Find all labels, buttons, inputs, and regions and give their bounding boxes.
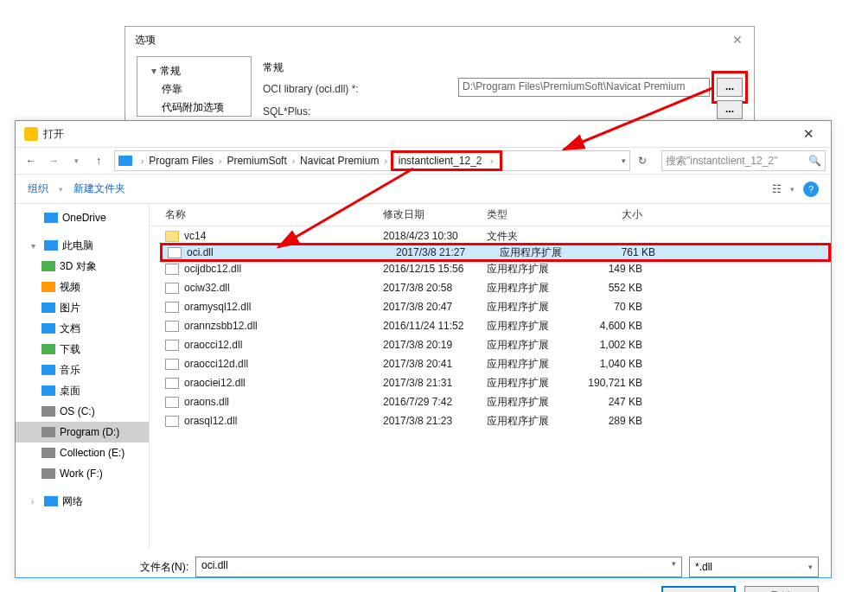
filename-label: 文件名(N): <box>28 560 188 575</box>
file-date: 2017/3/8 20:58 <box>383 282 487 294</box>
file-name: ociw32.dll <box>184 282 230 294</box>
options-tree: ▾常规 停靠 代码附加选项 <box>137 56 252 117</box>
file-date: 2017/3/8 20:47 <box>383 301 487 313</box>
file-icon <box>165 264 179 275</box>
chevron-down-icon[interactable]: ▾ <box>790 185 795 194</box>
file-type: 应用程序扩展 <box>487 300 582 315</box>
file-date: 2017/3/8 20:41 <box>383 358 487 370</box>
refresh-button[interactable]: ↻ <box>632 155 653 167</box>
file-row[interactable]: oraons.dll2016/7/29 7:42应用程序扩展247 KB <box>150 392 831 411</box>
dropdown-icon[interactable]: ▾ <box>672 559 676 568</box>
sidebar-item-onedrive[interactable]: OneDrive <box>16 207 149 228</box>
file-type: 应用程序扩展 <box>487 281 582 296</box>
file-size: 4,600 KB <box>582 320 651 332</box>
file-icon <box>168 247 182 258</box>
file-filter-select[interactable]: *.dll▾ <box>689 557 819 577</box>
file-name: oraocci12.dll <box>184 339 242 351</box>
nav-recent-dropdown[interactable]: ▾ <box>66 150 86 171</box>
sidebar: OneDrive ▾此电脑 3D 对象 视频 图片 文档 下载 音乐 桌面 OS… <box>16 204 150 550</box>
breadcrumb-item[interactable]: Navicat Premium <box>298 155 380 167</box>
sidebar-item-thispc[interactable]: ▾此电脑 <box>16 235 149 256</box>
highlight-annotation: instantclient_12_2 › <box>391 150 502 171</box>
sidebar-item-music[interactable]: 音乐 <box>16 360 149 380</box>
breadcrumb-item[interactable]: instantclient_12_2 <box>397 155 484 167</box>
tree-item-general[interactable]: ▾常规 <box>141 62 247 80</box>
file-row[interactable]: oraociei12.dll2017/3/8 21:31应用程序扩展190,72… <box>150 373 831 392</box>
sidebar-item-drive-d[interactable]: Program (D:) <box>16 422 149 442</box>
file-row[interactable]: oramysql12.dll2017/3/8 20:47应用程序扩展70 KB <box>150 297 831 316</box>
toolbar: 组织 ▾ 新建文件夹 ☷ ▾ ? <box>16 175 831 204</box>
file-icon <box>165 397 179 408</box>
chevron-right-icon: › <box>31 497 40 506</box>
file-type: 应用程序扩展 <box>487 262 582 277</box>
file-date: 2016/11/24 11:52 <box>383 320 487 332</box>
file-icon <box>165 340 179 351</box>
header-name[interactable]: 名称 <box>150 207 383 222</box>
breadcrumb-item[interactable]: Program Files <box>147 155 215 167</box>
chevron-right-icon: › <box>487 156 496 166</box>
sidebar-item-desktop[interactable]: 桌面 <box>16 380 149 401</box>
open-button[interactable]: 打开(O) <box>661 586 736 592</box>
search-input[interactable]: 搜索"instantclient_12_2" 🔍 <box>661 150 826 171</box>
file-row[interactable]: orannzsbb12.dll2016/11/24 11:52应用程序扩展4,6… <box>150 316 831 335</box>
header-size[interactable]: 大小 <box>582 207 651 222</box>
sidebar-item-3d[interactable]: 3D 对象 <box>16 256 149 277</box>
folder-icon <box>165 231 179 242</box>
oci-library-input[interactable]: D:\Program Files\PremiumSoft\Navicat Pre… <box>458 78 710 97</box>
file-row[interactable]: ociw32.dll2017/3/8 20:58应用程序扩展552 KB <box>150 278 831 297</box>
chevron-down-icon: ▾ <box>59 185 63 194</box>
file-name: orannzsbb12.dll <box>184 320 258 332</box>
breadcrumb-item[interactable]: PremiumSoft <box>225 155 288 167</box>
file-size: 1,002 KB <box>582 339 651 351</box>
help-icon[interactable]: ? <box>803 181 819 197</box>
sidebar-item-drive-e[interactable]: Collection (E:) <box>16 442 149 463</box>
nav-up-button[interactable]: ↑ <box>88 150 109 171</box>
sidebar-item-drive-c[interactable]: OS (C:) <box>16 401 149 422</box>
file-type: 应用程序扩展 <box>487 357 582 372</box>
options-title: 选项 <box>135 33 156 48</box>
sidebar-item-network[interactable]: ›网络 <box>16 491 149 512</box>
breadcrumb[interactable]: › Program Files › PremiumSoft › Navicat … <box>114 150 630 171</box>
file-date: 2017/3/8 21:31 <box>383 377 487 389</box>
file-size: 70 KB <box>582 301 651 313</box>
file-icon <box>165 416 179 427</box>
close-icon[interactable]: ✕ <box>791 126 826 142</box>
tree-item-code-addon[interactable]: 代码附加选项 <box>141 99 247 117</box>
file-type: 应用程序扩展 <box>487 319 582 334</box>
file-size: 761 KB <box>595 246 664 258</box>
nav-forward-button[interactable]: → <box>43 150 64 171</box>
file-row[interactable]: oraocci12.dll2017/3/8 20:19应用程序扩展1,002 K… <box>150 335 831 354</box>
file-row[interactable]: ocijdbc12.dll2016/12/15 15:56应用程序扩展149 K… <box>150 259 831 278</box>
sidebar-item-documents[interactable]: 文档 <box>16 318 149 339</box>
sqlplus-browse-button[interactable]: ... <box>717 100 743 119</box>
file-date: 2018/4/23 10:30 <box>383 230 487 242</box>
header-date[interactable]: 修改日期 <box>383 207 487 222</box>
sidebar-item-videos[interactable]: 视频 <box>16 277 149 297</box>
file-row[interactable]: orasql12.dll2017/3/8 21:23应用程序扩展289 KB <box>150 411 831 430</box>
view-options-icon[interactable]: ☷ <box>772 183 782 195</box>
sidebar-item-downloads[interactable]: 下载 <box>16 339 149 360</box>
filename-input[interactable]: oci.dll▾ <box>195 557 682 577</box>
new-folder-button[interactable]: 新建文件夹 <box>73 181 125 196</box>
titlebar: 打开 ✕ <box>16 121 831 147</box>
cancel-button[interactable]: 取消 <box>744 586 819 592</box>
sidebar-item-pictures[interactable]: 图片 <box>16 297 149 318</box>
file-name: ocijdbc12.dll <box>184 263 241 275</box>
file-name: oraons.dll <box>184 396 229 408</box>
file-date: 2016/7/29 7:42 <box>383 396 487 408</box>
options-close-icon[interactable]: ✕ <box>732 33 743 47</box>
file-row[interactable]: oraocci12d.dll2017/3/8 20:41应用程序扩展1,040 … <box>150 354 831 373</box>
sidebar-item-drive-f[interactable]: Work (F:) <box>16 463 149 484</box>
file-type: 应用程序扩展 <box>487 414 582 429</box>
header-type[interactable]: 类型 <box>487 207 582 222</box>
nav-row: ← → ▾ ↑ › Program Files › PremiumSoft › … <box>16 147 831 175</box>
search-icon: 🔍 <box>808 155 821 167</box>
file-icon <box>165 302 179 313</box>
organize-menu[interactable]: 组织 <box>28 181 48 196</box>
nav-back-button[interactable]: ← <box>21 150 41 171</box>
breadcrumb-dropdown-icon[interactable]: ▾ <box>622 156 626 165</box>
tree-item-dock[interactable]: 停靠 <box>141 80 247 99</box>
file-date: 2017/3/8 21:27 <box>396 246 500 258</box>
dialog-title: 打开 <box>43 127 64 142</box>
oci-browse-button[interactable]: ... <box>717 78 743 97</box>
